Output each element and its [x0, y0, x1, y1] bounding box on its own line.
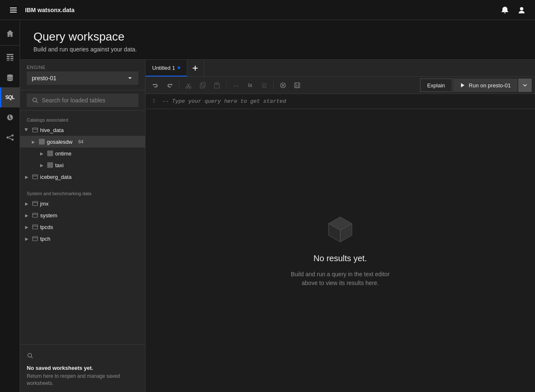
sidebar-item-data[interactable]	[0, 67, 20, 87]
page-subtitle: Build and run queries against your data.	[33, 46, 522, 53]
schema-icon	[47, 150, 54, 157]
sidebar-divider	[0, 45, 20, 46]
svg-point-12	[11, 135, 13, 137]
worksheets-search[interactable]	[27, 350, 138, 361]
svg-rect-43	[33, 237, 38, 241]
save-icon	[294, 82, 301, 89]
query-editor[interactable]: 1 -- Type your query here to get started	[145, 94, 535, 109]
svg-rect-5	[7, 56, 10, 57]
svg-point-13	[11, 139, 13, 141]
copy-icon	[199, 82, 206, 89]
svg-line-15	[8, 138, 11, 139]
catalog-icon	[32, 235, 38, 242]
sidebar-item-sql[interactable]: SQL	[0, 87, 20, 107]
cube-svg	[324, 214, 357, 247]
svg-rect-6	[10, 56, 13, 57]
svg-point-45	[28, 354, 32, 357]
chevron-right-icon: ▶	[23, 173, 30, 180]
chevron-right-icon: ▶	[23, 235, 30, 242]
engine-select[interactable]: presto-01	[27, 71, 138, 85]
chevron-right-icon: ▶	[23, 200, 30, 207]
svg-rect-32	[51, 163, 52, 165]
undo-icon	[152, 82, 159, 89]
paste-icon	[214, 82, 220, 89]
user-icon[interactable]	[515, 3, 528, 17]
tree-item-gosalesdw[interactable]: ▶ gosalesdw 64	[20, 136, 145, 148]
svg-rect-37	[33, 201, 38, 206]
clear-button[interactable]	[276, 79, 290, 92]
comment-button[interactable]: --	[229, 79, 242, 92]
svg-rect-24	[42, 142, 43, 143]
editor-line-1: 1 -- Type your query here to get started	[145, 97, 535, 105]
paste-button[interactable]	[210, 79, 224, 92]
tree-item-tpcds[interactable]: ▶ tpcds	[20, 221, 145, 233]
catalog-icon	[32, 173, 38, 180]
topbar: IBM watsonx.data	[0, 0, 535, 20]
run-icon	[460, 82, 466, 88]
tree-item-label: jmx	[40, 201, 48, 207]
svg-rect-41	[33, 225, 38, 229]
search-input[interactable]	[42, 97, 133, 104]
plus-icon	[192, 65, 199, 71]
svg-point-3	[520, 7, 523, 10]
svg-rect-58	[295, 83, 300, 88]
search-icon	[27, 352, 33, 359]
notification-icon[interactable]	[498, 3, 512, 17]
tree-item-tpch[interactable]: ▶ tpch	[20, 233, 145, 244]
no-results-desc: Build and run a query in the text editor…	[291, 270, 390, 288]
tree-item-hive_data[interactable]: ▶ hive_data	[20, 124, 145, 136]
undo-button[interactable]	[149, 79, 162, 92]
svg-rect-1	[10, 10, 17, 10]
catalog-icon	[32, 212, 38, 219]
search-box[interactable]	[27, 94, 138, 107]
svg-rect-0	[10, 8, 17, 8]
explain-button[interactable]: Explain	[420, 79, 452, 92]
tree-item-taxi[interactable]: ▶ taxi	[20, 159, 145, 171]
svg-rect-10	[10, 60, 13, 61]
cut-button[interactable]	[182, 79, 195, 92]
catalogs-label: Catalogs associated	[20, 114, 145, 124]
tree-item-label: tpcds	[40, 224, 53, 230]
redo-button[interactable]	[163, 79, 176, 92]
cut-icon	[185, 82, 192, 89]
chevron-right-icon: ▶	[38, 150, 45, 157]
tree-item-system[interactable]: ▶ system	[20, 209, 145, 221]
copy-button[interactable]	[196, 79, 209, 92]
tree-item-label: hive_data	[40, 127, 64, 133]
redo-icon	[166, 82, 173, 89]
run-button[interactable]: Run on presto-01	[453, 79, 517, 92]
tree-item-jmx[interactable]: ▶ jmx	[20, 198, 145, 209]
catalog-icon	[32, 200, 38, 207]
svg-rect-8	[10, 58, 13, 59]
tree-item-iceberg_data[interactable]: ▶ iceberg_data	[20, 171, 145, 183]
page-header: Query workspace Build and run queries ag…	[20, 20, 535, 60]
svg-rect-29	[51, 154, 52, 155]
svg-point-16	[33, 98, 37, 102]
svg-rect-51	[201, 82, 205, 87]
sidebar-item-tables[interactable]	[0, 47, 20, 67]
svg-rect-61	[296, 86, 298, 88]
svg-rect-2	[10, 12, 17, 13]
svg-rect-26	[48, 152, 50, 153]
sidebar-item-home[interactable]	[0, 23, 20, 43]
chevron-down-icon	[522, 83, 527, 88]
sidebar-item-history[interactable]	[0, 107, 20, 127]
run-label: Run on presto-01	[469, 82, 511, 89]
icon-sidebar: SQL	[0, 20, 20, 392]
schema-icon	[38, 138, 45, 145]
svg-rect-18	[33, 128, 38, 132]
tab-modified-indicator	[178, 66, 180, 69]
add-tab-button[interactable]	[187, 60, 204, 76]
svg-rect-23	[40, 142, 41, 143]
tree-item-ontime[interactable]: ▶ ontime	[20, 148, 145, 159]
editor-placeholder: -- Type your query here to get started	[162, 98, 286, 104]
page-title: Query workspace	[33, 30, 522, 43]
run-dropdown-button[interactable]	[518, 79, 532, 92]
save-button[interactable]	[290, 79, 304, 92]
tab-untitled1[interactable]: Untitled 1	[145, 60, 187, 76]
menu-icon[interactable]	[7, 3, 20, 17]
format-button[interactable]: Ia	[243, 79, 257, 92]
wrap-button[interactable]	[257, 79, 271, 92]
svg-rect-9	[7, 60, 10, 61]
sidebar-item-integrations[interactable]	[0, 127, 20, 148]
